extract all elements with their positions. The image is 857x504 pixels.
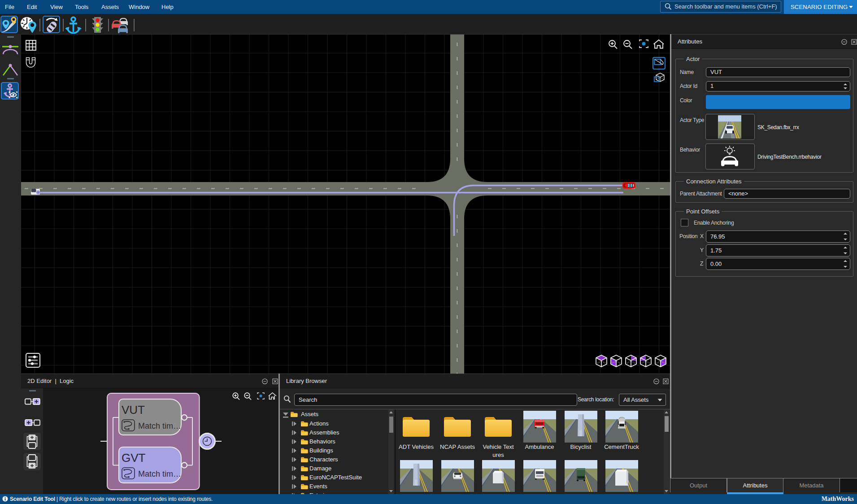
svg-text:VUT: VUT bbox=[122, 403, 145, 417]
svg-text:GVT: GVT bbox=[122, 451, 146, 465]
svg-text:Match tim…: Match tim… bbox=[138, 421, 181, 430]
svg-text:Match tim…: Match tim… bbox=[138, 469, 181, 478]
